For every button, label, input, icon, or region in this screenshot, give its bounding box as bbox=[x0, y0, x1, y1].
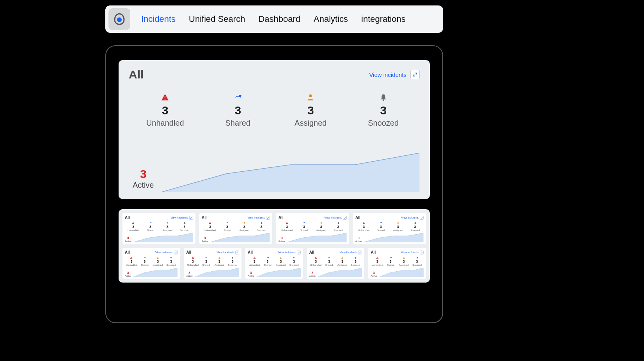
mini-card[interactable]: AllView incidents3Unhandled3Shared3Assig… bbox=[199, 213, 272, 244]
mini-stat-snoozed: 3Snoozed bbox=[165, 256, 178, 266]
alert-icon bbox=[192, 256, 194, 259]
mini-view-link[interactable]: View incidents bbox=[278, 251, 296, 254]
mini-stat-count: 3 bbox=[397, 225, 399, 229]
person-icon bbox=[279, 256, 282, 259]
app-logo[interactable] bbox=[108, 8, 130, 30]
mini-view-link[interactable]: View incidents bbox=[155, 251, 173, 254]
mini-expand-button[interactable] bbox=[266, 216, 270, 220]
mini-expand-button[interactable] bbox=[235, 251, 239, 254]
mini-stat-count: 3 bbox=[376, 260, 378, 263]
mini-expand-button[interactable] bbox=[189, 216, 193, 220]
bell-icon bbox=[379, 93, 388, 102]
stat-shared[interactable]: 3Shared bbox=[202, 93, 275, 128]
mini-sparkline bbox=[286, 233, 347, 242]
mini-expand-button[interactable] bbox=[297, 251, 301, 254]
mini-card[interactable]: AllView incidents3Unhandled3Shared3Assig… bbox=[122, 248, 180, 279]
mini-active-row: 3Active bbox=[186, 268, 240, 277]
mini-card[interactable]: AllView incidents3Unhandled3Shared3Assig… bbox=[184, 248, 242, 279]
share-icon bbox=[205, 256, 208, 259]
mini-active-box: 3Active bbox=[248, 271, 254, 277]
expand-icon bbox=[420, 217, 423, 219]
mini-view-group: View incidents bbox=[170, 216, 193, 220]
active-count-box: 3 Active bbox=[133, 167, 154, 192]
stat-assigned[interactable]: 3Assigned bbox=[274, 93, 347, 128]
mini-card[interactable]: AllView incidents3Unhandled3Shared3Assig… bbox=[368, 248, 426, 279]
bell-icon bbox=[416, 256, 419, 259]
nav-item-analytics[interactable]: Analytics bbox=[314, 14, 348, 24]
mini-stat-count: 3 bbox=[144, 260, 145, 263]
mini-view-group: View incidents bbox=[217, 251, 240, 254]
mini-active-count: 3 bbox=[125, 271, 131, 275]
mini-view-group: View incidents bbox=[340, 251, 362, 254]
expand-icon bbox=[175, 251, 177, 254]
mini-active-box: 3Active bbox=[125, 271, 131, 277]
mini-stat-snoozed: 3Snoozed bbox=[226, 256, 239, 266]
stat-label: Snoozed bbox=[368, 119, 399, 128]
mini-stat-assigned: 3Assigned bbox=[151, 256, 165, 266]
stat-count: 3 bbox=[380, 104, 387, 117]
mini-card[interactable]: AllView incidents3Unhandled3Shared3Assig… bbox=[245, 248, 303, 279]
mini-stat-unhandled: 3Unhandled bbox=[355, 221, 373, 231]
expand-icon bbox=[298, 251, 300, 254]
stats-row: 3Unhandled3Shared3Assigned3Snoozed bbox=[129, 93, 420, 128]
mini-view-link[interactable]: View incidents bbox=[401, 251, 419, 254]
bell-icon bbox=[231, 256, 234, 259]
mini-stat-snoozed: 3Snoozed bbox=[349, 256, 362, 266]
nav-item-dashboard[interactable]: Dashboard bbox=[258, 14, 300, 24]
mini-expand-button[interactable] bbox=[420, 251, 424, 254]
mini-stat-label: Unhandled bbox=[204, 229, 216, 231]
mini-view-link[interactable]: View incidents bbox=[340, 251, 357, 254]
mini-stat-assigned: 3Assigned bbox=[159, 221, 176, 231]
mini-header: AllView incidents bbox=[279, 215, 347, 220]
stat-snoozed[interactable]: 3Snoozed bbox=[347, 93, 420, 128]
mini-expand-button[interactable] bbox=[358, 251, 362, 254]
nav-item-incidents[interactable]: Incidents bbox=[141, 14, 176, 24]
mini-view-link[interactable]: View incidents bbox=[401, 216, 419, 219]
mini-stat-label: Snoozed bbox=[289, 264, 299, 266]
mini-card[interactable]: AllView incidents3Unhandled3Shared3Assig… bbox=[276, 213, 349, 244]
share-icon bbox=[143, 256, 146, 259]
mini-stat-count: 3 bbox=[209, 225, 211, 229]
mini-active-label: Active bbox=[125, 240, 131, 242]
mini-view-link[interactable]: View incidents bbox=[170, 216, 188, 219]
share-icon bbox=[389, 256, 392, 259]
mini-stat-label: Unhandled bbox=[372, 264, 383, 266]
mini-active-row: 3Active bbox=[125, 268, 178, 277]
mini-view-link[interactable]: View incidents bbox=[247, 216, 265, 219]
mini-stat-count: 3 bbox=[243, 225, 245, 229]
mini-stat-count: 3 bbox=[226, 225, 228, 229]
stat-unhandled[interactable]: 3Unhandled bbox=[129, 93, 202, 128]
mini-stat-unhandled: 3Unhandled bbox=[202, 221, 219, 231]
mini-view-group: View incidents bbox=[278, 251, 301, 254]
mini-expand-button[interactable] bbox=[174, 251, 178, 254]
mini-stat-shared: 3Shared bbox=[200, 256, 213, 266]
mini-stat-label: Unhandled bbox=[310, 264, 321, 266]
mini-stat-label: Shared bbox=[141, 264, 148, 266]
nav-item-unified-search[interactable]: Unified Search bbox=[189, 14, 245, 24]
mini-card[interactable]: AllView incidents3Unhandled3Shared3Assig… bbox=[307, 248, 365, 279]
mini-view-link[interactable]: View incidents bbox=[217, 251, 234, 254]
mini-title: All bbox=[125, 250, 130, 254]
mini-view-group: View incidents bbox=[247, 216, 270, 220]
person-icon bbox=[397, 221, 399, 224]
bell-icon bbox=[183, 221, 186, 224]
expand-button[interactable] bbox=[410, 70, 420, 79]
mini-card[interactable]: AllView incidents3Unhandled3Shared3Assig… bbox=[122, 213, 195, 244]
mini-card[interactable]: AllView incidents3Unhandled3Shared3Assig… bbox=[353, 213, 426, 244]
mini-stat-label: Assigned bbox=[393, 229, 403, 231]
mini-active-row: 3Active bbox=[309, 268, 362, 277]
expand-icon bbox=[190, 217, 192, 219]
view-incidents-link[interactable]: View incidents bbox=[369, 71, 406, 78]
mini-stat-assigned: 3Assigned bbox=[274, 256, 287, 266]
mini-active-count: 3 bbox=[248, 271, 254, 275]
nav-item-integrations[interactable]: integrations bbox=[361, 14, 406, 24]
mini-view-link[interactable]: View incidents bbox=[324, 216, 342, 219]
mini-expand-button[interactable] bbox=[343, 216, 347, 220]
mini-row: AllView incidents3Unhandled3Shared3Assig… bbox=[122, 248, 426, 279]
mini-stat-shared: 3Shared bbox=[373, 221, 390, 231]
mini-stat-shared: 3Shared bbox=[219, 221, 236, 231]
mini-active-count: 3 bbox=[371, 271, 377, 275]
mini-active-row: 3Active bbox=[125, 233, 193, 242]
mini-expand-button[interactable] bbox=[420, 216, 424, 220]
bell-icon bbox=[354, 256, 357, 259]
